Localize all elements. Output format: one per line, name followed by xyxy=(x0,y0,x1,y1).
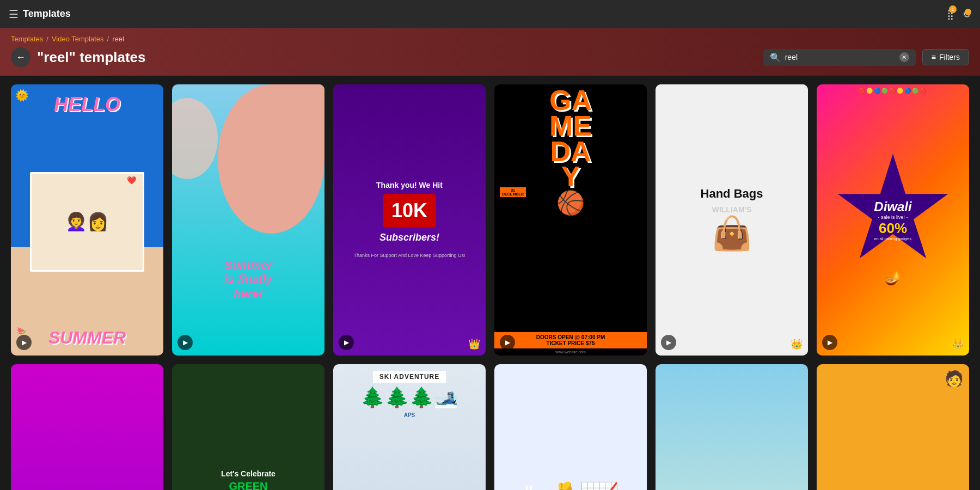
breadcrumb-video-templates[interactable]: Video Templates xyxy=(52,35,104,43)
play-button-4[interactable]: ▶ xyxy=(500,335,515,350)
filter-icon: ≡ xyxy=(932,53,936,62)
search-icon: 🔍 xyxy=(770,52,781,63)
crypto-content: THE VALUE OF CRYPTO What You Need To Kno… xyxy=(11,364,163,490)
search-filter-row: 🔍 ✕ ≡ Filters xyxy=(763,49,969,66)
accent-dot xyxy=(965,9,971,15)
ski-title: SKI ADVENTURE xyxy=(373,371,446,383)
subscribers-text: Subscribers! xyxy=(379,232,439,243)
notification-badge: 1 xyxy=(949,5,957,13)
10k-content: Thank you! We Hit 10K Subscribers! Thank… xyxy=(333,84,486,356)
card-inner-5: Hand Bags WILLIAM'S 👜 xyxy=(656,84,808,356)
game-day-content: GAMEDAY 🏀 31DECEMBER DOORS OPEN @ 07:00 … xyxy=(494,84,647,356)
filter-label: Filters xyxy=(939,53,960,62)
green-diwali-text1: Let's Celebrate xyxy=(221,469,275,478)
diwali-sale: - sale is live! - xyxy=(874,215,911,220)
card-inner: 🌞 HELLO 👩‍🦱👩 ❤️ SUMMER 🍉 xyxy=(11,84,163,356)
game-day-date: 31DECEMBER xyxy=(500,187,526,197)
breadcrumb-sep2: / xyxy=(107,35,109,43)
search-input[interactable] xyxy=(785,53,895,62)
page-title: "reel" templates xyxy=(37,49,146,66)
diwali-inner: Diwali - sale is live! - 60% on all gami… xyxy=(874,199,911,241)
diwali-title: Diwali xyxy=(874,199,911,215)
ski-trees: 🌲🌲🌲🎿 xyxy=(360,386,458,409)
card-inner-4: GAMEDAY 🏀 31DECEMBER DOORS OPEN @ 07:00 … xyxy=(494,84,647,356)
card-inner-11: 🏡🌿 A life changing travel. xyxy=(656,364,808,490)
diwali-lights: 🔴🟡🔵🟢🔴🟡🔵🟢🔴 xyxy=(817,88,969,94)
template-card-handbags[interactable]: Hand Bags WILLIAM'S 👜 ▶ 👑 xyxy=(656,84,808,356)
breadcrumb-sep1: / xyxy=(46,35,48,43)
support-text: Thanks For Support And Love Keep Support… xyxy=(353,252,465,259)
ski-subtitle: APS xyxy=(404,412,415,418)
ski-content: SKI ADVENTURE 🌲🌲🌲🎿 APS xyxy=(333,364,486,490)
clear-search-button[interactable]: ✕ xyxy=(899,52,909,62)
breadcrumb-templates[interactable]: Templates xyxy=(11,35,43,43)
summer-text: SUMMER xyxy=(48,328,126,348)
watermelon-icon: 🍉 xyxy=(16,326,26,335)
summer-photo: 👩‍🦱👩 ❤️ xyxy=(30,172,144,272)
crown-badge-5: 👑 xyxy=(791,338,803,350)
template-card-green-diwali[interactable]: Let's Celebrate GREEN Diwali 🪔 ▶ xyxy=(172,364,324,490)
handbags-title: Hand Bags xyxy=(701,187,763,201)
card-inner-9: SKI ADVENTURE 🌲🌲🌲🎿 APS xyxy=(333,364,486,490)
template-card-ski[interactable]: SKI ADVENTURE 🌲🌲🌲🎿 APS ▶ xyxy=(333,364,486,490)
menu-icon: ☰ xyxy=(9,8,19,21)
blob1 xyxy=(218,84,324,234)
breadcrumb-reel: reel xyxy=(112,35,124,43)
game-day-website: www.website.com xyxy=(494,348,647,356)
template-card-travel[interactable]: 🏡🌿 A life changing travel. ▶ 👑 xyxy=(656,364,808,490)
green-diwali-content: Let's Celebrate GREEN Diwali 🪔 xyxy=(172,364,324,490)
handbag-image: 👜 xyxy=(712,214,752,253)
template-card-bitcoin[interactable]: ₿💰📈 ▶ xyxy=(494,364,647,490)
sub-header: Templates / Video Templates / reel ← "re… xyxy=(0,28,980,76)
filter-button[interactable]: ≡ Filters xyxy=(922,49,969,65)
card-inner-3: Thank you! We Hit 10K Subscribers! Thank… xyxy=(333,84,486,356)
heart-icon: ❤️ xyxy=(127,176,136,185)
bitcoin-content: ₿💰📈 xyxy=(494,364,647,490)
play-button[interactable]: ▶ xyxy=(16,335,32,350)
diwali-subtext: on all gaming gadgets xyxy=(874,237,911,241)
back-button[interactable]: ← xyxy=(11,47,30,67)
page-title-row: ← "reel" templates xyxy=(11,47,146,67)
travel-content: 🏡🌿 A life changing travel. xyxy=(656,364,808,490)
handbags-content: Hand Bags WILLIAM'S 👜 xyxy=(656,84,808,356)
handbags-brand: WILLIAM'S xyxy=(712,205,752,214)
blob2 xyxy=(172,98,218,179)
card-inner-2: Summeris finallyhere! xyxy=(172,84,324,356)
play-button-5[interactable]: ▶ xyxy=(661,335,676,350)
sun-icon: 🌞 xyxy=(15,89,29,102)
athlete-icon: 🏀 xyxy=(494,189,647,332)
diwali-content: 🔴🟡🔵🟢🔴🟡🔵🟢🔴 Diwali - sale is live! - 60% o… xyxy=(817,84,969,356)
main-content: 🌞 HELLO 👩‍🦱👩 ❤️ SUMMER 🍉 ▶ Summeris f xyxy=(0,76,980,490)
template-card-crypto[interactable]: THE VALUE OF CRYPTO What You Need To Kno… xyxy=(11,364,163,490)
10k-badge: 10K xyxy=(383,194,436,228)
card-inner-10: ₿💰📈 xyxy=(494,364,647,490)
thank-you-text: Thank you! We Hit xyxy=(376,181,443,189)
app-title: Templates xyxy=(23,8,71,20)
play-button-3[interactable]: ▶ xyxy=(339,335,354,350)
bitcoin-icon: ₿💰📈 xyxy=(522,480,620,490)
card-inner-7: THE VALUE OF CRYPTO What You Need To Kno… xyxy=(11,364,163,490)
hello-text: HELLO xyxy=(54,93,120,116)
summer-finally-text: Summeris finallyhere! xyxy=(172,258,324,301)
play-button-2[interactable]: ▶ xyxy=(177,335,193,350)
crown-badge: 👑 xyxy=(468,338,480,350)
template-card-summer-finally[interactable]: Summeris finallyhere! ▶ xyxy=(172,84,324,356)
hello-summer-content: 🌞 HELLO 👩‍🦱👩 ❤️ SUMMER 🍉 xyxy=(11,84,163,356)
sub-header-row: ← "reel" templates 🔍 ✕ ≡ Filters xyxy=(11,47,969,67)
game-day-title: GAMEDAY xyxy=(494,88,647,189)
template-card-10k[interactable]: Thank you! We Hit 10K Subscribers! Thank… xyxy=(333,84,486,356)
template-card-tro[interactable]: 🧑 vines & TRO ▶ xyxy=(817,364,969,490)
apps-button[interactable]: ⣿ 1 xyxy=(947,8,954,20)
template-card-diwali[interactable]: 🔴🟡🔵🟢🔴🟡🔵🟢🔴 Diwali - sale is live! - 60% o… xyxy=(817,84,969,356)
play-button-6[interactable]: ▶ xyxy=(822,335,837,350)
people-icon: 👩‍🦱👩 xyxy=(65,211,109,232)
card-inner-8: Let's Celebrate GREEN Diwali 🪔 xyxy=(172,364,324,490)
card-inner-12: 🧑 vines & TRO xyxy=(817,364,969,490)
game-day-details: DOORS OPEN @ 07:00 PMTICKET PRICE $75 xyxy=(494,332,647,348)
template-card-game-day[interactable]: GAMEDAY 🏀 31DECEMBER DOORS OPEN @ 07:00 … xyxy=(494,84,647,356)
green-diwali-green: GREEN xyxy=(229,480,267,490)
template-card-hello-summer[interactable]: 🌞 HELLO 👩‍🦱👩 ❤️ SUMMER 🍉 ▶ xyxy=(11,84,163,356)
person-icon: 🧑 xyxy=(945,370,964,388)
crown-badge-6: 👑 xyxy=(952,338,964,350)
card-inner-6: 🔴🟡🔵🟢🔴🟡🔵🟢🔴 Diwali - sale is live! - 60% o… xyxy=(817,84,969,356)
